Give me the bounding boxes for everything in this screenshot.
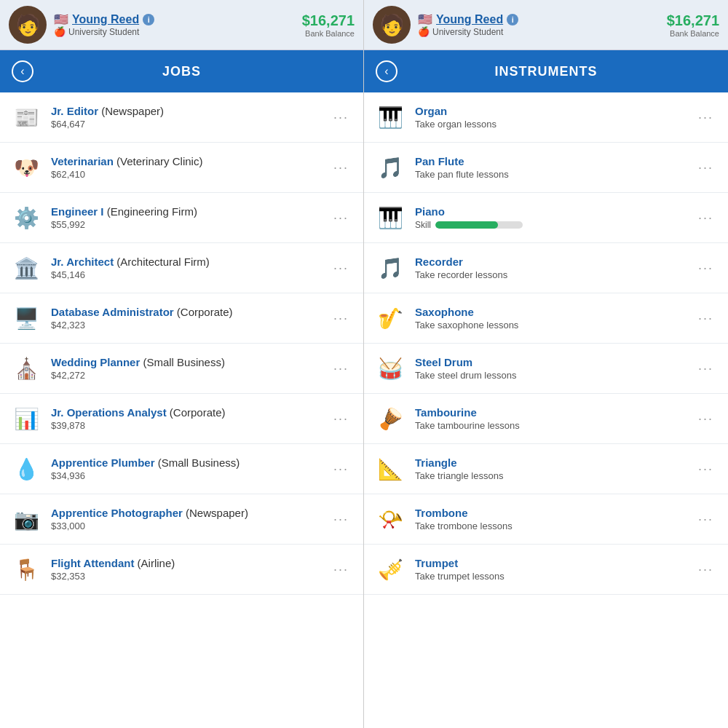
job-item[interactable]: ⚙️ Engineer I (Engineering Firm) $55,992… <box>0 193 363 243</box>
job-name: Database Administrator <box>51 306 174 318</box>
instrument-menu-button[interactable]: ··· <box>694 107 718 128</box>
job-context: (Airline) <box>138 557 175 569</box>
job-salary: $32,353 <box>51 571 320 582</box>
job-name: Apprentice Photographer <box>51 507 183 519</box>
instrument-content: Steel Drum Take steel drum lessons <box>415 356 685 381</box>
instrument-title: Trombone <box>415 507 685 519</box>
job-title: Apprentice Plumber (Small Business) <box>51 456 320 469</box>
job-context: (Corporate) <box>170 406 226 419</box>
job-menu-button[interactable]: ··· <box>329 207 353 229</box>
job-menu-button[interactable]: ··· <box>329 157 353 178</box>
bank-section-2: $16,271 Bank Balance <box>667 12 719 38</box>
instrument-subtitle: Take trombone lessons <box>415 521 685 531</box>
job-menu-button[interactable]: ··· <box>329 408 353 430</box>
instrument-name: Steel Drum <box>415 356 472 368</box>
job-menu-button[interactable]: ··· <box>329 509 353 530</box>
job-item[interactable]: ⛪ Wedding Planner (Small Business) $42,2… <box>0 344 363 394</box>
skill-bar-fill <box>435 221 498 229</box>
instrument-item[interactable]: 🎷 Saxophone Take saxophone lessons ··· <box>364 293 728 344</box>
info-badge: i <box>143 14 154 25</box>
instrument-menu-button[interactable]: ··· <box>694 408 718 430</box>
job-item[interactable]: 📰 Jr. Editor (Newspaper) $64,647 ··· <box>0 92 363 143</box>
job-content: Engineer I (Engineering Firm) $55,992 <box>51 205 320 230</box>
job-title: Database Administrator (Corporate) <box>51 306 320 318</box>
instrument-item[interactable]: 🎵 Pan Flute Take pan flute lessons ··· <box>364 143 728 193</box>
instrument-menu-button[interactable]: ··· <box>694 308 718 329</box>
job-name: Jr. Editor <box>51 105 98 117</box>
job-icon: ⚙️ <box>10 202 42 234</box>
jobs-back-button[interactable]: ‹ <box>12 60 33 82</box>
job-context: (Engineering Firm) <box>107 205 197 218</box>
instrument-item[interactable]: 📯 Trombone Take trombone lessons ··· <box>364 494 728 545</box>
instrument-name: Pan Flute <box>415 155 464 167</box>
instrument-content: Trumpet Take trumpet lessons <box>415 557 685 582</box>
job-menu-button[interactable]: ··· <box>329 459 353 480</box>
skill-label: Skill <box>415 220 431 230</box>
instruments-back-button[interactable]: ‹ <box>376 60 397 82</box>
job-content: Jr. Editor (Newspaper) $64,647 <box>51 105 320 130</box>
instrument-subtitle: Take trumpet lessons <box>415 571 685 582</box>
avatar: 🧑 <box>9 6 47 44</box>
job-name: Jr. Architect <box>51 256 114 268</box>
instrument-name: Triangle <box>415 456 457 469</box>
instrument-icon: 📯 <box>374 503 406 535</box>
job-content: Apprentice Photographer (Newspaper) $33,… <box>51 507 320 531</box>
instrument-menu-button[interactable]: ··· <box>694 358 718 379</box>
job-content: Veterinarian (Veterinary Clinic) $62,410 <box>51 155 320 180</box>
instrument-item[interactable]: 🎹 Organ Take organ lessons ··· <box>364 92 728 143</box>
job-item[interactable]: 🖥️ Database Administrator (Corporate) $4… <box>0 293 363 344</box>
job-menu-button[interactable]: ··· <box>329 358 353 379</box>
job-item[interactable]: 📷 Apprentice Photographer (Newspaper) $3… <box>0 494 363 545</box>
flag-icon: 🇺🇸 <box>54 12 68 26</box>
profile-name-row: 🇺🇸 Young Reed i <box>54 12 154 26</box>
flag-icon-2: 🇺🇸 <box>418 12 432 26</box>
jobs-title: JOBS <box>42 64 321 79</box>
instrument-item[interactable]: 🥁 Steel Drum Take steel drum lessons ··· <box>364 344 728 394</box>
job-item[interactable]: 🪑 Flight Attendant (Airline) $32,353 ··· <box>0 545 363 595</box>
avatar-2: 🧑 <box>373 6 411 44</box>
profile-info: 🇺🇸 Young Reed i 🍎 University Student <box>54 12 154 37</box>
job-menu-button[interactable]: ··· <box>329 107 353 128</box>
instrument-title: Tambourine <box>415 406 685 419</box>
info-badge-2: i <box>507 14 518 25</box>
instrument-menu-button[interactable]: ··· <box>694 157 718 178</box>
apple-icon: 🍎 <box>54 26 66 37</box>
job-item[interactable]: 🏛️ Jr. Architect (Architectural Firm) $4… <box>0 243 363 293</box>
instrument-menu-button[interactable]: ··· <box>694 207 718 229</box>
instrument-subtitle: Take tambourine lessons <box>415 420 685 431</box>
job-icon: 💧 <box>10 453 42 485</box>
instrument-subtitle: Take recorder lessons <box>415 269 685 280</box>
job-salary: $42,323 <box>51 320 320 331</box>
instrument-item[interactable]: 📐 Triangle Take triangle lessons ··· <box>364 444 728 494</box>
job-menu-button[interactable]: ··· <box>329 258 353 279</box>
instrument-item[interactable]: 🎹 Piano Skill ··· <box>364 193 728 243</box>
instrument-menu-button[interactable]: ··· <box>694 509 718 530</box>
instrument-item[interactable]: 🪘 Tambourine Take tambourine lessons ··· <box>364 394 728 444</box>
job-content: Jr. Operations Analyst (Corporate) $39,8… <box>51 406 320 431</box>
job-icon: 📷 <box>10 503 42 535</box>
instrument-menu-button[interactable]: ··· <box>694 258 718 279</box>
job-item[interactable]: 🐶 Veterinarian (Veterinary Clinic) $62,4… <box>0 143 363 193</box>
job-salary: $39,878 <box>51 420 320 431</box>
job-icon: 📊 <box>10 403 42 435</box>
job-menu-button[interactable]: ··· <box>329 559 353 580</box>
job-name: Wedding Planner <box>51 356 140 368</box>
profile-name[interactable]: Young Reed <box>72 13 139 26</box>
instrument-item[interactable]: 🎵 Recorder Take recorder lessons ··· <box>364 243 728 293</box>
job-item[interactable]: 💧 Apprentice Plumber (Small Business) $3… <box>0 444 363 494</box>
job-item[interactable]: 📊 Jr. Operations Analyst (Corporate) $39… <box>0 394 363 444</box>
job-content: Flight Attendant (Airline) $32,353 <box>51 557 320 582</box>
instrument-menu-button[interactable]: ··· <box>694 459 718 480</box>
instrument-item[interactable]: 🎺 Trumpet Take trumpet lessons ··· <box>364 545 728 595</box>
job-menu-button[interactable]: ··· <box>329 308 353 329</box>
profile-name-row-2: 🇺🇸 Young Reed i <box>418 12 518 26</box>
instrument-name: Saxophone <box>415 306 474 318</box>
instrument-icon: 🎵 <box>374 252 406 284</box>
profile-title-2: University Student <box>432 27 503 37</box>
instrument-content: Organ Take organ lessons <box>415 105 685 130</box>
instrument-subtitle: Take organ lessons <box>415 119 685 130</box>
instrument-menu-button[interactable]: ··· <box>694 559 718 580</box>
profile-name-2[interactable]: Young Reed <box>436 13 503 26</box>
job-title: Jr. Editor (Newspaper) <box>51 105 320 117</box>
job-name: Apprentice Plumber <box>51 456 155 469</box>
